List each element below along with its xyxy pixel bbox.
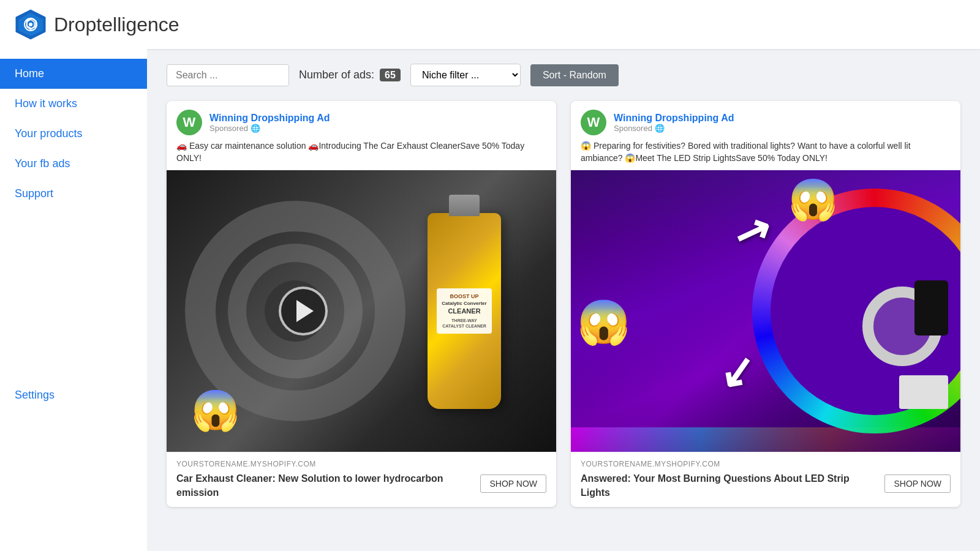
ads-count-label: Number of ads: 65 [299, 69, 401, 81]
ad-card-1: W Winning Dropshipping Ad Sponsored 🌐 🚗 … [167, 101, 556, 507]
sidebar-spacer [0, 209, 147, 380]
niche-filter-select[interactable]: Niche filter ... All niches Health Beaut… [410, 64, 521, 86]
ad-footer-2: YOURSTORENAME.MYSHOPIFY.COM Answered: Yo… [571, 452, 960, 507]
ad-image-2: ↗ ↙ 😱 😱 [571, 170, 960, 452]
bottle-body: BOOST UP Catalytic Converter CLEANER THR… [428, 213, 501, 409]
sidebar-item-your-products[interactable]: Your products [0, 119, 147, 149]
sort-random-button[interactable]: Sort - Random [530, 64, 619, 86]
ad-footer-1: YOURSTORENAME.MYSHOPIFY.COM Car Exhaust … [167, 452, 556, 507]
ad-card-1-header: W Winning Dropshipping Ad Sponsored 🌐 [167, 101, 556, 140]
ad-body-text-1: 🚗 Easy car maintenance solution 🚗Introdu… [167, 140, 556, 170]
product-title-1: Car Exhaust Cleaner: New Solution to low… [176, 472, 473, 500]
store-url-1: YOURSTORENAME.MYSHOPIFY.COM [176, 460, 546, 468]
shop-now-button-1[interactable]: SHOP NOW [480, 474, 546, 493]
sidebar-item-your-fb-ads[interactable]: Your fb ads [0, 149, 147, 179]
sidebar-item-settings[interactable]: Settings [0, 380, 147, 410]
ad-avatar-2: W [581, 110, 606, 135]
ad-brand-1: Winning Dropshipping Ad [209, 113, 330, 124]
led-strip-image: ↗ ↙ 😱 😱 [571, 170, 960, 452]
ad-card-2: W Winning Dropshipping Ad Sponsored 🌐 😱 … [571, 101, 960, 507]
search-input[interactable] [167, 64, 289, 86]
app-title: Droptelligence [54, 13, 179, 36]
bottle-label: BOOST UP Catalytic Converter CLEANER THR… [437, 288, 492, 334]
logo-container: ⬡ Droptelligence [15, 9, 179, 40]
toolbar: Number of ads: 65 Niche filter ... All n… [167, 64, 960, 86]
ads-grid: W Winning Dropshipping Ad Sponsored 🌐 🚗 … [167, 101, 960, 507]
main-content: Number of ads: 65 Niche filter ... All n… [147, 49, 980, 551]
shock-emoji-top-right: 😱 [788, 176, 838, 223]
ad-footer-bottom-1: Car Exhaust Cleaner: New Solution to low… [176, 472, 546, 500]
bottle-cap [449, 195, 480, 216]
car-cleaner-image: BOOST UP Catalytic Converter CLEANER THR… [167, 170, 556, 452]
play-button[interactable] [279, 287, 328, 335]
ad-image-1: BOOST UP Catalytic Converter CLEANER THR… [167, 170, 556, 452]
ad-footer-bottom-2: Answered: Your Most Burning Questions Ab… [581, 472, 951, 500]
sidebar-item-support[interactable]: Support [0, 179, 147, 209]
header: ⬡ Droptelligence [0, 0, 980, 49]
ad-meta-1: Winning Dropshipping Ad Sponsored 🌐 [209, 113, 330, 133]
led-power-box [899, 375, 948, 409]
shock-emoji-1: 😱 [191, 388, 240, 433]
svg-point-4 [29, 23, 32, 26]
ad-body-text-2: 😱 Preparing for festivities? Bored with … [571, 140, 960, 170]
globe-icon-2: 🌐 [655, 124, 665, 133]
shock-emoji-mid-left: 😱 [577, 297, 630, 347]
led-remote-control [914, 280, 948, 335]
ad-meta-2: Winning Dropshipping Ad Sponsored 🌐 [614, 113, 734, 133]
sidebar: Home How it works Your products Your fb … [0, 49, 147, 551]
ad-card-2-header: W Winning Dropshipping Ad Sponsored 🌐 [571, 101, 960, 140]
ad-sponsored-1: Sponsored 🌐 [209, 124, 330, 133]
shop-now-button-2[interactable]: SHOP NOW [884, 474, 951, 493]
play-triangle [296, 300, 314, 322]
main-layout: Home How it works Your products Your fb … [0, 49, 980, 551]
logo-icon: ⬡ [15, 9, 47, 40]
product-bottle: BOOST UP Catalytic Converter CLEANER THR… [409, 195, 519, 427]
sidebar-item-home[interactable]: Home [0, 59, 147, 89]
store-url-2: YOURSTORENAME.MYSHOPIFY.COM [581, 460, 951, 468]
globe-icon-1: 🌐 [251, 124, 260, 133]
ad-avatar-1: W [176, 110, 202, 135]
sidebar-item-how-it-works[interactable]: How it works [0, 89, 147, 119]
led-product-container [826, 280, 948, 415]
product-title-2: Answered: Your Most Burning Questions Ab… [581, 472, 877, 500]
ads-count-badge: 65 [380, 69, 401, 81]
ad-sponsored-2: Sponsored 🌐 [614, 124, 734, 133]
ad-brand-2: Winning Dropshipping Ad [614, 113, 734, 124]
